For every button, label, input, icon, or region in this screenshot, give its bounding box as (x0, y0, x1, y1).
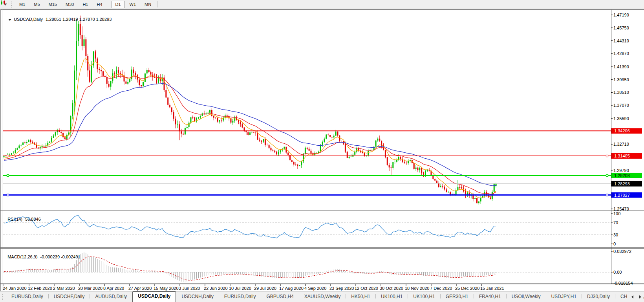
toolbar-grip[interactable] (11, 2, 12, 7)
svg-text:1.29208: 1.29208 (614, 173, 630, 178)
line-handle[interactable] (606, 194, 608, 196)
svg-text:-0.018154: -0.018154 (613, 281, 633, 286)
chart-tab-eurusd-daily[interactable]: EURUSD,Daily (6, 292, 48, 302)
svg-text:1.29790: 1.29790 (613, 168, 629, 173)
chart-tab-ger30-h1[interactable]: GER30,H1 (441, 292, 474, 302)
svg-text:1.28293: 1.28293 (614, 181, 630, 186)
tab-scroll-left-button[interactable] (629, 294, 635, 300)
timeframe-button-h1[interactable]: H1 (79, 1, 92, 8)
chart-symbol-period: USDCAD,Daily (14, 17, 43, 22)
line-handle[interactable] (7, 155, 9, 157)
toolbar-separator (109, 1, 109, 7)
timeframe-button-m5[interactable]: M5 (30, 1, 44, 8)
svg-text:1.27027: 1.27027 (614, 193, 630, 198)
chart-canvas[interactable]: 1.471901.457501.443101.428701.413901.399… (0, 0, 644, 302)
line-handle[interactable] (606, 174, 608, 176)
svg-text:18 Nov 2020: 18 Nov 2020 (405, 286, 429, 291)
svg-text:27 Apr 2020: 27 Apr 2020 (128, 286, 152, 291)
line-handle[interactable] (7, 194, 9, 196)
chart-ohlc-values: 1.28051 1.28419 1.27870 1.28293 (46, 17, 112, 22)
svg-text:24 Jan 2020: 24 Jan 2020 (3, 286, 27, 291)
chart-tab-usdcnh-daily[interactable]: USDCNH,Daily (176, 292, 218, 302)
svg-text:10 Jul 2020: 10 Jul 2020 (229, 286, 251, 291)
svg-text:8 Apr 2020: 8 Apr 2020 (103, 286, 124, 291)
chart-tab-xauusd-weekly[interactable]: XAUUSD,Weekly (299, 292, 346, 302)
arrow-right-icon (639, 295, 641, 298)
svg-text:100: 100 (613, 211, 620, 216)
timeframe-button-m15[interactable]: M15 (45, 1, 61, 8)
svg-text:15 May 2020: 15 May 2020 (154, 286, 179, 291)
svg-text:0: 0 (613, 242, 616, 246)
svg-text:4 Sep 2020: 4 Sep 2020 (304, 286, 326, 291)
svg-text:30 Oct 2020: 30 Oct 2020 (380, 286, 403, 291)
svg-text:1.32710: 1.32710 (613, 142, 629, 146)
timeframe-button-m30[interactable]: M30 (62, 1, 78, 8)
svg-text:1.37070: 1.37070 (613, 103, 629, 108)
svg-text:1.47190: 1.47190 (613, 13, 629, 17)
chart-tab-audusd-daily[interactable]: AUDUSD,Daily (90, 292, 132, 302)
tab-scroll-right-button[interactable] (637, 294, 643, 300)
svg-text:25 Dec 2020: 25 Dec 2020 (455, 286, 479, 291)
macd-values: -0.000239 -0.002491 (40, 254, 80, 259)
chart-tab-uk100-h1[interactable]: UK100,H1 (408, 292, 440, 302)
svg-text:30: 30 (613, 232, 618, 237)
svg-text:29 Jul 2020: 29 Jul 2020 (254, 286, 276, 291)
chart-tab-usdchf-daily[interactable]: USDCHF,Daily (49, 292, 90, 302)
candlestick-chart-icon (0, 0, 6, 5)
svg-text:1.35590: 1.35590 (613, 116, 629, 121)
svg-text:23 Sep 2020: 23 Sep 2020 (329, 286, 354, 291)
macd-indicator-label: MACD(12,26,9)-0.000239 -0.002491 (5, 250, 80, 259)
rsi-name: RSI(14) (7, 217, 22, 221)
chart-tab-fra40-h1[interactable]: FRA40,H1 (474, 292, 506, 302)
svg-text:2 Mar 2020: 2 Mar 2020 (53, 286, 75, 291)
svg-text:1.42870: 1.42870 (613, 51, 629, 56)
svg-text:1.41390: 1.41390 (613, 64, 629, 69)
svg-text:3 Jun 2020: 3 Jun 2020 (179, 286, 200, 291)
timeframe-toolbar: M1M5M15M30H1H4D1W1MN (0, 0, 644, 9)
chart-tab-usdjpy-h1[interactable]: USDJPY,H1 (546, 292, 582, 302)
svg-text:15 Jan 2021: 15 Jan 2021 (480, 286, 504, 291)
chart-tab-eurusd-daily[interactable]: EURUSD,Daily (219, 292, 261, 302)
svg-text:17 Aug 2020: 17 Aug 2020 (279, 286, 304, 291)
chart-title: USDCAD,Daily1.28051 1.28419 1.27870 1.28… (6, 12, 112, 22)
svg-text:1.44310: 1.44310 (613, 38, 629, 43)
svg-text:1.45750: 1.45750 (613, 26, 629, 30)
chart-tab-usdcad-daily[interactable]: USDCAD,Daily (132, 291, 176, 302)
svg-text:0.032972: 0.032972 (613, 249, 631, 254)
chart-tab-uk100-h1[interactable]: UK100,H1 (376, 292, 408, 302)
timeframe-button-d1[interactable]: D1 (112, 1, 125, 8)
chart-tab-bar: EURUSD,DailyUSDCHF,DailyAUDUSD,DailyUSDC… (0, 291, 644, 302)
chart-tab-dj30-daily[interactable]: DJ30,Daily (582, 292, 615, 302)
svg-text:70: 70 (613, 220, 618, 225)
timeframe-button-m1[interactable]: M1 (15, 1, 29, 8)
arrow-left-icon (631, 295, 633, 298)
svg-text:0.00: 0.00 (613, 270, 622, 275)
svg-text:1.25470: 1.25470 (613, 207, 629, 211)
caret-down-icon (8, 19, 11, 21)
timeframe-button-w1[interactable]: W1 (126, 1, 140, 8)
toolbar-separator (157, 1, 158, 7)
svg-text:22 Jun 2020: 22 Jun 2020 (204, 286, 228, 291)
chart-tab-hk50-h1[interactable]: HK50,H1 (346, 292, 375, 302)
line-handle[interactable] (7, 174, 9, 176)
svg-text:1.31405: 1.31405 (614, 154, 630, 158)
chart-tab-usoil-weekly[interactable]: USOil,Weekly (507, 292, 546, 302)
svg-text:1.39950: 1.39950 (613, 77, 629, 82)
svg-text:12 Feb 2020: 12 Feb 2020 (28, 286, 52, 291)
svg-text:12 Oct 2020: 12 Oct 2020 (355, 286, 378, 291)
rsi-indicator-label: RSI(14)56.8846 (5, 212, 41, 221)
rsi-value: 56.8846 (25, 217, 41, 221)
chart-tab-gbpusd-h4[interactable]: GBPUSD,H4 (261, 292, 298, 302)
line-handle[interactable] (606, 155, 608, 157)
timeframe-button-mn[interactable]: MN (141, 1, 155, 8)
svg-text:20 Mar 2020: 20 Mar 2020 (78, 286, 102, 291)
timeframe-button-h4[interactable]: H4 (93, 1, 106, 8)
chart-type-button[interactable] (2, 4, 7, 5)
svg-text:7 Dec 2020: 7 Dec 2020 (430, 286, 452, 291)
svg-text:1.34206: 1.34206 (614, 128, 630, 133)
macd-name: MACD(12,26,9) (7, 254, 37, 259)
svg-text:1.38510: 1.38510 (613, 90, 629, 95)
tab-scroll-buttons (627, 294, 643, 300)
tabbar-grip[interactable] (2, 294, 3, 300)
